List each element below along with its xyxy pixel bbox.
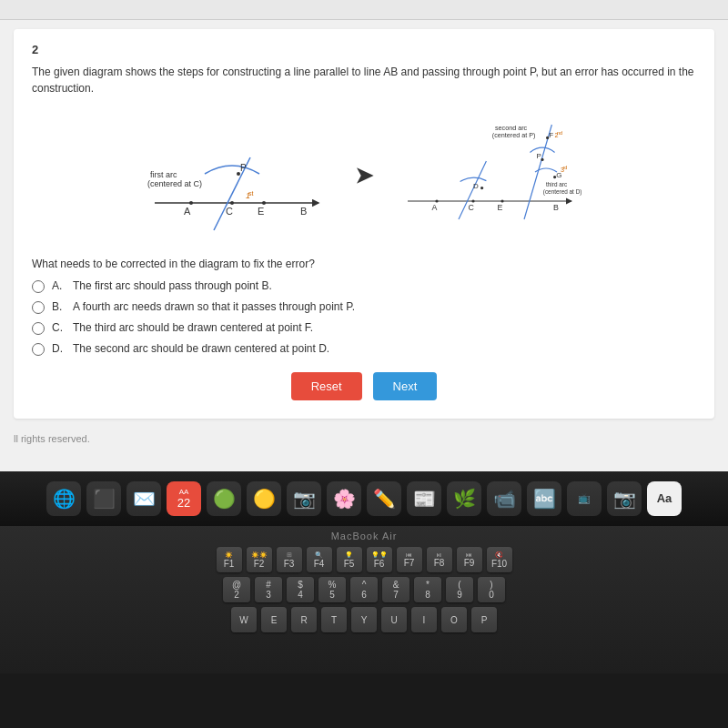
svg-text:(centered at D): (centered at D) [543,188,582,196]
key-f5[interactable]: 💡F5 [337,547,362,572]
radio-c[interactable] [32,322,45,335]
option-b-text: A fourth arc needs drawn so that it pass… [73,300,696,313]
svg-text:nd: nd [557,130,562,136]
next-button[interactable]: Next [373,372,438,400]
key-u[interactable]: U [381,607,407,632]
dock-area: 🌐 ⬛ ✉️ AA22 🟢 🟡 📷 🌸 ✏️ 📰 🌿 📹 🔤 📺 📷 Aa [0,471,728,526]
svg-point-1 [189,201,193,205]
radio-a[interactable] [32,280,45,293]
option-c-letter: C. [52,321,66,334]
key-f9[interactable]: ⏭F9 [457,547,482,572]
dock-news[interactable]: 📰 [407,481,441,516]
key-f3[interactable]: ⊞F3 [277,547,302,572]
svg-point-2 [230,201,234,205]
key-f8[interactable]: ⏯F8 [427,547,452,572]
svg-text:C: C [226,206,233,217]
dock-photos[interactable]: 🌸 [327,481,361,516]
option-d-letter: D. [52,342,66,355]
key-o[interactable]: O [441,607,467,632]
diagram-area: A C E B P 1 st first arc (cent [32,107,696,244]
top-bar [0,0,728,20]
key-star-8[interactable]: *8 [414,577,441,602]
svg-text:A: A [431,203,437,212]
dock-screensaver[interactable]: 🌿 [447,481,481,516]
svg-text:D: D [473,182,479,190]
key-f6[interactable]: 💡💡F6 [367,547,392,572]
reset-button[interactable]: Reset [291,372,362,400]
option-a: A. The first arc should pass through poi… [32,279,696,293]
answer-options: A. The first arc should pass through poi… [32,279,696,356]
key-i[interactable]: I [411,607,437,632]
radio-b[interactable] [32,301,45,314]
dock-reminders[interactable]: 🟢 [207,481,241,516]
svg-text:A: A [184,206,191,217]
qwerty-row: W E R T Y U I O P [18,607,710,632]
svg-point-24 [480,187,483,189]
dock-facetime[interactable]: 📷 [287,481,321,516]
dock-notes[interactable]: 🟡 [247,481,281,516]
key-f2[interactable]: ☀️☀️F2 [247,547,272,572]
key-e[interactable]: E [261,607,287,632]
option-d-text: The second arc should be drawn centered … [73,342,696,355]
key-hash-3[interactable]: #3 [255,577,282,602]
footer-bar: ll rights reserved. [0,428,728,450]
svg-point-3 [262,201,266,205]
key-at-2[interactable]: @2 [223,577,250,602]
option-b-letter: B. [52,300,66,313]
left-diagram-svg: A C E B P 1 st first arc (cent [146,112,328,239]
key-r[interactable]: R [291,607,317,632]
svg-text:E: E [258,206,264,217]
dock-appletv[interactable]: 📺 [567,481,602,516]
option-c-text: The third arc should be drawn centered a… [73,321,696,334]
key-f1[interactable]: ☀️F1 [217,547,242,572]
dock-chrome[interactable]: 🌐 [46,481,81,516]
svg-text:third arc: third arc [546,181,568,187]
option-a-letter: A. [52,279,66,292]
macbook-bezel: 🌐 ⬛ ✉️ AA22 🟢 🟡 📷 🌸 ✏️ 📰 🌿 📹 🔤 📺 📷 Aa [0,473,728,523]
key-caret-6[interactable]: ^6 [350,577,378,602]
key-lparen-9[interactable]: (9 [446,577,473,602]
dock-calendar[interactable]: AA22 [167,481,201,516]
key-percent-5[interactable]: %5 [318,577,346,602]
svg-text:P: P [240,163,247,173]
fn-key-row: ☀️F1 ☀️☀️F2 ⊞F3 🔍F4 💡F5 💡💡F6 ⏮F7 ⏯F8 ⏭F9… [18,547,710,572]
svg-text:E: E [497,203,502,212]
key-amp-7[interactable]: &7 [382,577,410,602]
question-text: The given diagram shows the steps for co… [32,64,696,96]
svg-text:rd: rd [562,165,567,170]
key-t[interactable]: T [321,607,347,632]
key-p[interactable]: P [471,607,497,632]
dock-zoom[interactable]: 📷 [607,481,642,516]
dock-facetime2[interactable]: 📹 [487,481,521,516]
key-f10[interactable]: 🔇F10 [487,547,512,572]
sub-question: What needs to be corrected in the diagra… [32,258,696,270]
dock-mail[interactable]: ✉️ [126,481,161,516]
svg-text:(centered at C): (centered at C) [147,179,202,188]
svg-text:C: C [468,203,474,212]
dock-launchpad[interactable]: ⬛ [86,481,121,516]
key-f4[interactable]: 🔍F4 [307,547,332,572]
option-a-text: The first arc should pass through point … [73,279,696,292]
arrow-separator: ➤ [355,163,373,188]
svg-point-18 [500,199,503,202]
right-diagram-svg: A C E B D P [400,112,582,239]
svg-point-17 [471,199,474,202]
key-y[interactable]: Y [351,607,377,632]
dock-translate[interactable]: 🔤 [527,481,561,516]
footer-text: ll rights reserved. [14,433,90,444]
key-dollar-4[interactable]: $4 [287,577,314,602]
key-f7[interactable]: ⏮F7 [397,547,422,572]
diagram-left: A C E B P 1 st first arc (cent [146,112,328,239]
svg-text:F: F [549,131,553,139]
radio-d[interactable] [32,343,45,356]
svg-text:B: B [553,203,559,212]
key-w[interactable]: W [231,607,257,632]
dock-pen[interactable]: ✏️ [367,481,401,516]
svg-point-16 [435,199,438,202]
svg-text:first arc: first arc [150,170,177,179]
dock-dictionary[interactable]: Aa [647,481,682,516]
key-rparen-0[interactable]: )0 [478,577,505,602]
svg-text:(centered at P): (centered at P) [492,131,536,139]
diagram-right: A C E B D P [400,112,582,239]
svg-text:B: B [300,206,307,217]
